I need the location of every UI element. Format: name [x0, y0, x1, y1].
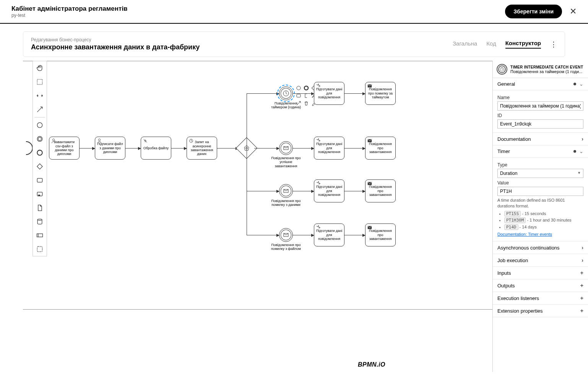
- flow[interactable]: [344, 93, 365, 94]
- flow[interactable]: [247, 235, 279, 235]
- modified-dot-icon: [573, 150, 576, 153]
- timer-help: A time duration defined as ISO 8601 dura…: [497, 197, 583, 237]
- section-ext[interactable]: Extension properties +: [493, 305, 588, 317]
- task-label: Підготувати дані для повідомлення: [316, 87, 343, 99]
- flow[interactable]: [293, 235, 314, 235]
- task-tool[interactable]: [33, 173, 47, 187]
- flow[interactable]: [293, 93, 314, 94]
- svg-rect-10: [37, 234, 43, 237]
- help-ex1: PT15S - 15 seconds: [504, 211, 583, 217]
- space-tool[interactable]: [33, 89, 47, 103]
- intermediate-event-tool[interactable]: [33, 132, 47, 146]
- message-event-file-error[interactable]: [279, 228, 293, 242]
- properties-panel: TIMER INTERMEDIATE CATCH EVENT Повідомле…: [492, 61, 588, 372]
- pad-delete-icon[interactable]: [303, 100, 310, 107]
- svg-point-19: [297, 86, 300, 90]
- task-notify-2[interactable]: Повідомлення про завантаження: [365, 137, 396, 160]
- tab-general[interactable]: Загальна: [453, 40, 477, 48]
- process-title: Асинхронне завантаження даних в дата-фаб…: [31, 43, 453, 51]
- connect-tool[interactable]: [33, 103, 47, 116]
- section-documentation[interactable]: Documentation ›: [493, 133, 588, 145]
- section-listeners[interactable]: Execution listeners +: [493, 292, 588, 305]
- gateway-tool[interactable]: [33, 160, 47, 173]
- bpmn-canvas[interactable]: Завантажити csv-файл з даними про диплом…: [0, 61, 492, 372]
- end-event-tool[interactable]: [33, 146, 47, 160]
- flow[interactable]: [125, 148, 141, 148]
- timer-event[interactable]: [279, 86, 293, 100]
- flow[interactable]: [293, 148, 314, 148]
- app-title: Кабінет адміністратора регламентів: [11, 5, 505, 13]
- input-name[interactable]: [497, 101, 583, 111]
- message-event-data-error[interactable]: [279, 184, 293, 198]
- task-notify-3[interactable]: Повідомлення про завантаження: [365, 179, 396, 202]
- flow[interactable]: [344, 235, 365, 235]
- pool: [23, 61, 492, 310]
- group-tool[interactable]: [33, 242, 47, 256]
- svg-point-3: [38, 137, 41, 140]
- section-title: Timer: [497, 148, 573, 154]
- select-timer-type[interactable]: Duration: [497, 169, 583, 178]
- modified-dot-icon: [573, 83, 576, 85]
- label-name: Name: [497, 95, 583, 100]
- task-prepare-3[interactable]: Підготувати дані для повідомлення: [314, 179, 344, 202]
- task-sign[interactable]: Підписати файл з даними про дипломи: [95, 137, 125, 160]
- section-general-body: Name ID: [493, 90, 588, 133]
- tool-palette: [32, 61, 47, 256]
- section-timer[interactable]: Timer ⌄: [493, 145, 588, 158]
- hand-tool[interactable]: [33, 61, 47, 75]
- tab-menu-icon[interactable]: ⋮: [550, 40, 557, 49]
- label-timer-value: Value: [497, 180, 583, 186]
- close-button[interactable]: ✕: [570, 7, 577, 16]
- tab-code[interactable]: Код: [486, 40, 496, 48]
- start-event-tool[interactable]: [33, 118, 47, 132]
- task-process[interactable]: Обробка файлу: [141, 137, 171, 160]
- flow[interactable]: [344, 148, 365, 148]
- flow[interactable]: [293, 191, 314, 191]
- task-prepare-4[interactable]: Підготувати дані для повідомлення: [314, 223, 344, 246]
- lasso-tool[interactable]: [33, 75, 47, 89]
- section-title: Job execution: [497, 258, 582, 263]
- input-id[interactable]: [497, 119, 583, 129]
- flow[interactable]: [247, 191, 279, 191]
- task-prepare-1[interactable]: Підготувати дані для повідомлення: [314, 82, 344, 105]
- flow[interactable]: [344, 191, 365, 191]
- task-label: Повідомлення про завантаження: [367, 142, 394, 154]
- task-prepare-2[interactable]: Підготувати дані для повідомлення: [314, 137, 344, 160]
- save-button[interactable]: Зберегти зміни: [505, 5, 562, 18]
- help-ex2: PT1H30M - 1 hour and 30 minutes: [504, 217, 583, 223]
- doc-link[interactable]: Documentation: Timer events: [497, 232, 552, 236]
- process-header: Редагування бізнес-процесу Асинхронне за…: [23, 31, 565, 57]
- section-title: Execution listeners: [497, 295, 580, 301]
- section-inputs[interactable]: Inputs +: [493, 267, 588, 279]
- tab-constructor[interactable]: Конструктор: [505, 40, 541, 49]
- start-event-clip[interactable]: [19, 141, 33, 155]
- pad-append-event[interactable]: [295, 85, 302, 91]
- section-job[interactable]: Job execution ›: [493, 254, 588, 267]
- data-object-tool[interactable]: [33, 201, 47, 215]
- data-store-tool[interactable]: [33, 215, 47, 228]
- chevron-right-icon: ›: [582, 245, 583, 251]
- data-store-reference-tool[interactable]: [33, 187, 47, 201]
- task-label: Повідомлення про завантаження: [367, 185, 394, 197]
- flow[interactable]: [247, 93, 247, 235]
- code-chip: PT15S: [504, 211, 521, 217]
- flow[interactable]: [80, 148, 95, 148]
- participant-tool[interactable]: [33, 228, 47, 242]
- flow[interactable]: [217, 148, 238, 148]
- pad-append-end[interactable]: [303, 85, 310, 91]
- timer-icon: [497, 64, 507, 75]
- flow[interactable]: [254, 148, 279, 148]
- input-timer-value[interactable]: [497, 187, 583, 196]
- task-request[interactable]: Запит на асинхронне завантаження даних: [187, 137, 217, 160]
- pad-connect-icon[interactable]: [295, 100, 302, 107]
- flow[interactable]: [171, 148, 187, 148]
- task-upload[interactable]: Завантажити csv-файл з даними про диплом…: [49, 137, 80, 160]
- task-notify-timeout[interactable]: Повідомлення про помилку за таймаутом: [365, 82, 396, 105]
- flow[interactable]: [247, 93, 279, 94]
- task-notify-4[interactable]: Повідомлення про завантаження: [365, 223, 396, 246]
- section-general[interactable]: General ⌄: [493, 78, 588, 90]
- section-outputs[interactable]: Outputs +: [493, 279, 588, 292]
- section-title: Extension properties: [497, 308, 580, 314]
- message-event-success[interactable]: [279, 141, 293, 155]
- section-async[interactable]: Asynchronous continuations ›: [493, 241, 588, 254]
